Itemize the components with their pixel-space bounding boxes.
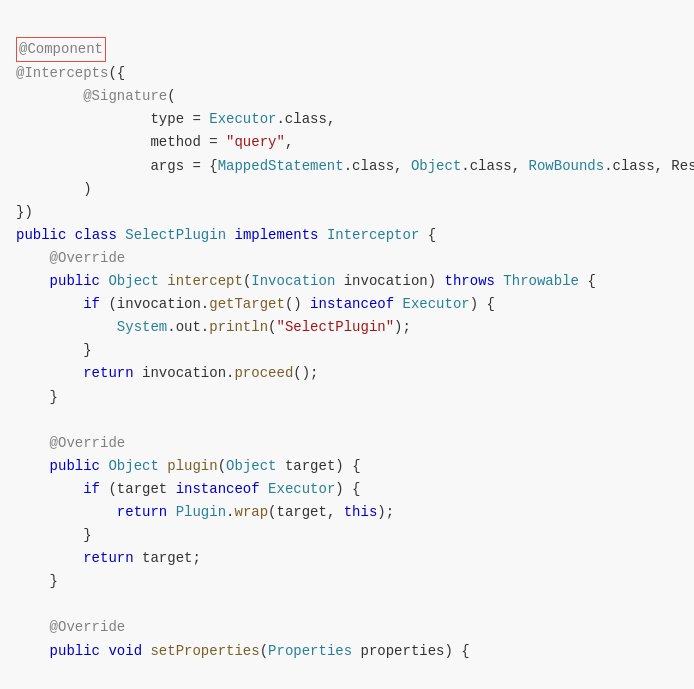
code-container: @Component @Intercepts({ @Signature( typ… (0, 0, 694, 689)
annotation-component: @Component (16, 37, 106, 62)
code-block: @Component @Intercepts({ @Signature( typ… (0, 10, 694, 689)
line-1: @Component @Intercepts({ @Signature( typ… (16, 41, 694, 689)
